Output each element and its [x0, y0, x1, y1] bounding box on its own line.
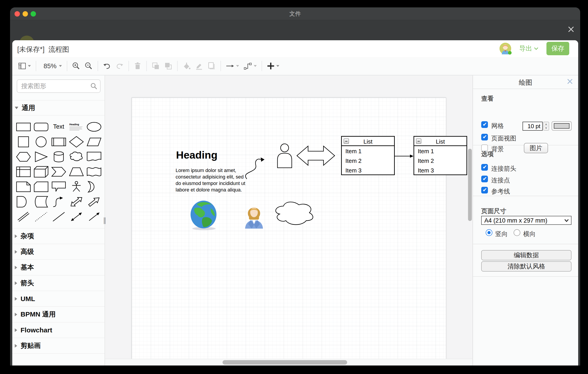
shape-cloud[interactable] [67, 149, 85, 164]
panel-close-icon[interactable] [567, 78, 573, 84]
shape-tape[interactable] [85, 164, 103, 179]
shape-rounded-rectangle[interactable] [32, 119, 50, 134]
connector-arrow[interactable] [395, 153, 414, 159]
insert-button[interactable] [267, 62, 280, 70]
fill-color-button[interactable] [182, 62, 191, 70]
clear-default-style-button[interactable]: 清除默认风格 [481, 261, 571, 272]
shape-circle[interactable] [32, 134, 50, 149]
page-view-menu-button[interactable] [18, 62, 31, 70]
shape-hexagon[interactable] [14, 149, 32, 164]
sidebar-section-2[interactable]: 高级 [12, 244, 105, 259]
list-item[interactable]: Item 3 [342, 165, 394, 175]
grid-checkbox[interactable] [481, 121, 488, 128]
line-color-button[interactable] [195, 62, 203, 70]
list-item[interactable]: Item 2 [414, 156, 466, 165]
shape-trapezoid[interactable] [67, 164, 85, 179]
close-icon[interactable] [568, 26, 574, 33]
grid-size-stepper[interactable]: ▲▼ [543, 122, 549, 131]
shape-or[interactable] [85, 179, 103, 194]
shape-callout[interactable] [50, 179, 67, 194]
shape-cylinder[interactable] [50, 149, 67, 164]
list-shape[interactable]: ListItem 1Item 2Item 3 [341, 136, 395, 175]
shape-rectangle[interactable] [14, 119, 32, 134]
export-button[interactable]: 导出 [519, 44, 538, 53]
shape-link[interactable] [14, 209, 32, 224]
curve-arrow-shape[interactable] [242, 154, 267, 180]
stepper-up-icon[interactable]: ▲ [544, 122, 549, 126]
to-back-button[interactable] [164, 62, 172, 70]
stepper-down-icon[interactable]: ▼ [544, 126, 549, 130]
sidebar-section-1[interactable]: 杂项 [12, 228, 105, 244]
undo-button[interactable] [103, 62, 111, 70]
list-item[interactable]: Item 3 [414, 165, 466, 175]
connection-points-checkbox[interactable] [481, 176, 488, 182]
vertical-scrollbar[interactable] [468, 149, 472, 221]
portrait-radio[interactable] [486, 229, 492, 236]
shape-square[interactable] [14, 134, 32, 149]
shape-directional-arrow[interactable] [85, 194, 103, 209]
sidebar-section-7[interactable]: Flowchart [12, 322, 105, 338]
shape-textbox[interactable]: Heading [67, 119, 85, 134]
connection-style-button[interactable] [226, 62, 239, 70]
sidebar-section-8[interactable]: 剪贴画 [12, 338, 105, 353]
list-item[interactable]: Item 1 [342, 146, 394, 156]
list-item[interactable]: Item 1 [414, 146, 466, 156]
shape-document[interactable] [85, 149, 103, 164]
shape-and[interactable] [14, 194, 32, 209]
list-item[interactable]: Item 2 [342, 156, 394, 165]
shape-cube[interactable] [32, 164, 50, 179]
landscape-radio[interactable] [514, 229, 520, 236]
sidebar-section-general[interactable]: 通用 [12, 100, 105, 115]
cloud-shape[interactable] [273, 199, 315, 226]
zoom-level-button[interactable]: 85% [41, 62, 62, 70]
shape-process[interactable] [50, 134, 67, 149]
grid-color-swatch[interactable] [552, 121, 572, 131]
horizontal-scrollbar[interactable] [222, 360, 347, 365]
shape-line[interactable] [50, 209, 67, 224]
connection-arrows-checkbox[interactable] [481, 164, 488, 171]
shape-directional-connector[interactable] [85, 209, 103, 224]
earth-globe-clipart[interactable] [190, 200, 218, 230]
page-view-checkbox[interactable] [481, 134, 488, 141]
shape-step[interactable] [50, 164, 67, 179]
waypoint-style-button[interactable] [243, 62, 257, 70]
canvas-paragraph-text[interactable]: Lorem ipsum dolor sit amet, consectetur … [176, 167, 247, 193]
canvas-heading-text[interactable]: Heading [176, 149, 217, 161]
shape-curve[interactable] [50, 194, 67, 209]
shape-actor[interactable] [67, 179, 85, 194]
shape-parallelogram[interactable] [85, 134, 103, 149]
search-input[interactable] [17, 79, 101, 93]
shape-dashed-line[interactable] [32, 209, 50, 224]
shape-triangle[interactable] [32, 149, 50, 164]
shape-card[interactable] [32, 179, 50, 194]
edit-data-button[interactable]: 编辑数据 [481, 250, 571, 260]
save-button[interactable]: 保存 [546, 42, 569, 55]
user-avatar[interactable] [500, 43, 511, 54]
sidebar-collapse-handle[interactable]: ∥ [103, 216, 106, 224]
shape-bidirectional-connector[interactable] [67, 209, 85, 224]
shape-data-storage[interactable] [32, 194, 50, 209]
shape-internal-storage[interactable] [14, 164, 32, 179]
shape-diamond[interactable] [67, 134, 85, 149]
double-arrow-shape[interactable] [296, 144, 335, 168]
drawing-page[interactable]: Heading Lorem ipsum dolor sit amet, cons… [132, 98, 446, 359]
shape-ellipse[interactable] [85, 119, 103, 134]
sidebar-section-6[interactable]: BPMN 通用 [12, 307, 105, 322]
grid-size-input[interactable] [523, 122, 543, 131]
guides-checkbox[interactable] [481, 187, 488, 194]
delete-button[interactable] [134, 62, 142, 70]
zoom-in-button[interactable] [72, 62, 80, 70]
redo-button[interactable] [115, 62, 124, 70]
list-shape[interactable]: ListItem 1Item 2Item 3 [413, 136, 467, 175]
businesswoman-clipart[interactable] [244, 204, 264, 229]
sidebar-section-3[interactable]: 基本 [12, 259, 105, 275]
shape-note[interactable] [14, 179, 32, 194]
page-size-select[interactable]: A4 (210 mm x 297 mm) [481, 216, 571, 225]
to-front-button[interactable] [151, 62, 160, 70]
shape-text[interactable]: Text [50, 119, 67, 134]
sidebar-section-5[interactable]: UML [12, 291, 105, 307]
shadow-button[interactable] [207, 62, 216, 70]
sidebar-section-4[interactable]: 箭头 [12, 275, 105, 291]
shape-bidirectional-arrow[interactable] [67, 194, 85, 209]
actor-shape[interactable] [277, 143, 293, 168]
